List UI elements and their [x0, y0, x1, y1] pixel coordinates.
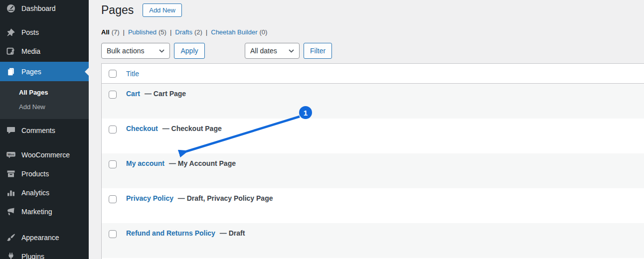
megaphone-icon	[6, 207, 16, 217]
sidebar-item-appearance[interactable]: Appearance	[0, 229, 89, 246]
dates-filter-select[interactable]: All dates	[245, 43, 300, 59]
submenu-item-label: Add New	[19, 103, 45, 111]
sidebar-item-label: Comments	[21, 127, 55, 134]
filter-separator: |	[123, 28, 125, 36]
table-row-refund-policy: Refund and Returns Policy — Draft	[102, 223, 644, 258]
filter-all: All (7) |	[101, 28, 128, 36]
sidebar-item-label: WooCommerce	[21, 151, 70, 159]
sidebar-item-label: Plugins	[21, 253, 44, 259]
table-row-checkout: Checkout — Checkout Page	[102, 119, 644, 153]
filter-cheetah-builder-count: (0)	[259, 28, 267, 36]
comment-bubble-icon	[6, 126, 16, 135]
sidebar-item-label: Pages	[21, 68, 41, 76]
page-link-my-account[interactable]: My account	[126, 159, 164, 167]
dashboard-icon	[6, 3, 16, 13]
row-checkbox[interactable]	[109, 195, 117, 203]
filter-all-link[interactable]: All	[101, 28, 110, 36]
sidebar-item-label: Marketing	[21, 208, 52, 216]
sidebar-item-posts[interactable]: Posts	[0, 24, 89, 41]
page-link-privacy-policy[interactable]: Privacy Policy	[126, 194, 173, 202]
post-state: — Draft, Privacy Policy Page	[178, 194, 273, 202]
filter-button[interactable]: Filter	[304, 43, 332, 59]
sidebar-item-plugins[interactable]: Plugins	[0, 248, 89, 259]
title-column-header[interactable]: Title	[126, 70, 139, 78]
table-toolbar: Bulk actions Apply All dates Filter	[101, 43, 332, 59]
post-state: — Cart Page	[145, 90, 186, 98]
post-state: — Draft	[220, 229, 245, 237]
sidebar-item-dashboard[interactable]: Dashboard	[0, 0, 89, 17]
sidebar-item-label: Media	[21, 47, 40, 55]
bulk-actions-select[interactable]: Bulk actions	[101, 43, 170, 59]
row-checkbox[interactable]	[109, 230, 117, 238]
filter-separator: |	[170, 28, 171, 36]
sidebar-item-marketing[interactable]: Marketing	[0, 203, 89, 220]
sidebar-item-pages[interactable]: Pages	[0, 62, 89, 81]
page-link-checkout[interactable]: Checkout	[126, 125, 158, 132]
filter-published-link[interactable]: Published	[128, 28, 157, 36]
status-filter-list: All (7) | Published (5) | Drafts (2) | C…	[101, 28, 267, 36]
add-new-button[interactable]: Add New	[143, 3, 182, 17]
table-header-row: Title	[102, 64, 644, 84]
apply-button[interactable]: Apply	[174, 43, 205, 59]
sidebar-item-products[interactable]: Products	[0, 165, 89, 182]
dates-filter-value: All dates	[250, 47, 277, 55]
page-link-refund-policy[interactable]: Refund and Returns Policy	[126, 229, 215, 237]
archive-box-icon	[6, 169, 16, 179]
filter-drafts: Drafts (2) |	[175, 28, 211, 36]
pages-submenu: All Pages Add New	[0, 81, 89, 119]
filter-published: Published (5) |	[128, 28, 175, 36]
woocommerce-icon: Woo	[6, 150, 16, 160]
pages-list-table: Title Cart — Cart Page Checkout — Checko…	[101, 63, 644, 259]
row-checkbox[interactable]	[109, 91, 117, 99]
post-state: — Checkout Page	[162, 125, 222, 132]
sidebar-item-woocommerce[interactable]: Woo WooCommerce	[0, 146, 89, 163]
sidebar-item-analytics[interactable]: Analytics	[0, 184, 89, 201]
media-icon	[6, 46, 16, 56]
sidebar-item-media[interactable]: Media	[0, 43, 89, 60]
submenu-item-all-pages[interactable]: All Pages	[0, 85, 89, 100]
filter-published-count: (5)	[159, 28, 166, 36]
chevron-down-icon	[159, 49, 164, 53]
paintbrush-icon	[6, 233, 16, 243]
table-row-my-account: My account — My Account Page	[102, 153, 644, 188]
sidebar-item-label: Products	[21, 170, 49, 178]
pages-icon	[6, 67, 16, 77]
filter-drafts-link[interactable]: Drafts	[175, 28, 192, 36]
filter-drafts-count: (2)	[194, 28, 202, 36]
select-all-checkbox[interactable]	[109, 70, 117, 78]
submenu-item-label: All Pages	[19, 89, 48, 96]
table-row-privacy-policy: Privacy Policy — Draft, Privacy Policy P…	[102, 188, 644, 223]
sidebar-item-label: Analytics	[21, 189, 49, 197]
sidebar-item-label: Dashboard	[21, 4, 56, 12]
filter-all-count: (7)	[112, 28, 120, 36]
plugin-icon	[6, 252, 16, 259]
page-header: Pages Add New	[101, 2, 182, 17]
row-checkbox[interactable]	[109, 126, 117, 133]
svg-text:Woo: Woo	[8, 153, 14, 156]
pages-admin-content: Pages Add New All (7) | Published (5) | …	[89, 0, 644, 259]
table-row-cart: Cart — Cart Page	[102, 84, 644, 119]
bar-chart-icon	[6, 188, 16, 198]
admin-sidebar: Dashboard Posts Media Pages All Pages Ad…	[0, 0, 89, 259]
post-state: — My Account Page	[169, 159, 236, 167]
submenu-item-add-new[interactable]: Add New	[0, 100, 89, 114]
filter-cheetah-builder-link[interactable]: Cheetah Builder	[211, 28, 257, 36]
filter-separator: |	[206, 28, 207, 36]
pushpin-icon	[6, 27, 16, 37]
chevron-down-icon	[289, 49, 294, 53]
bulk-actions-value: Bulk actions	[107, 47, 144, 55]
filter-cheetah-builder: Cheetah Builder (0)	[211, 28, 267, 36]
page-link-cart[interactable]: Cart	[126, 90, 140, 98]
sidebar-item-label: Posts	[21, 28, 39, 36]
row-checkbox[interactable]	[109, 160, 117, 168]
page-title: Pages	[101, 2, 134, 17]
sidebar-item-comments[interactable]: Comments	[0, 122, 89, 139]
sidebar-item-label: Appearance	[21, 234, 59, 242]
